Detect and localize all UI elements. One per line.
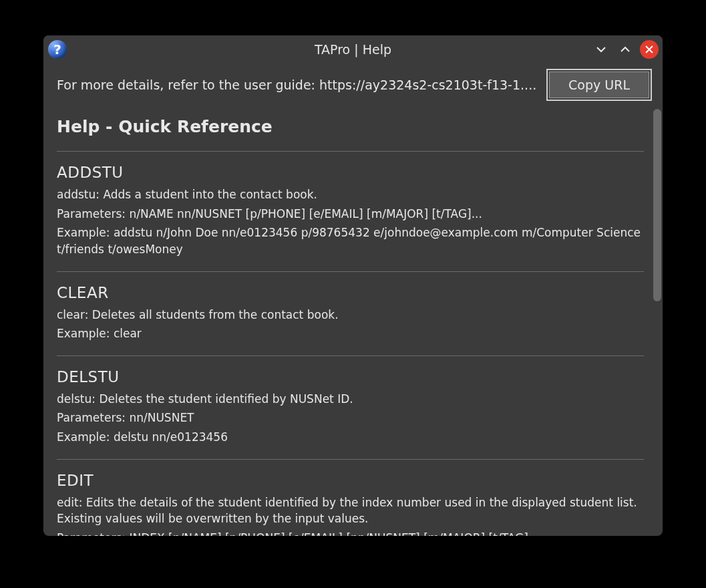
command-block-clear: CLEAR clear: Deletes all students from t… <box>57 284 644 342</box>
command-block-edit: EDIT edit: Edits the details of the stud… <box>57 472 644 536</box>
command-name: EDIT <box>57 472 644 489</box>
content-area: Help - Quick Reference ADDSTU addstu: Ad… <box>43 106 663 536</box>
help-window: ? TAPro | Help For more detail <box>43 35 663 536</box>
command-line: Parameters: nn/NUSNET <box>57 410 644 426</box>
command-name: ADDSTU <box>57 164 644 181</box>
help-icon: ? <box>48 40 67 59</box>
command-line: Example: clear <box>57 325 644 342</box>
user-guide-text: For more details, refer to the user guid… <box>57 78 538 92</box>
command-line: delstu: Deletes the student identified b… <box>57 391 644 408</box>
scroll-thumb[interactable] <box>653 109 661 301</box>
help-content: Help - Quick Reference ADDSTU addstu: Ad… <box>43 106 663 536</box>
command-line: addstu: Adds a student into the contact … <box>57 186 644 203</box>
command-line: edit: Edits the details of the student i… <box>57 494 644 527</box>
titlebar-left: ? <box>43 40 67 59</box>
command-line: Example: addstu n/John Doe nn/e0123456 p… <box>57 225 644 257</box>
command-line: clear: Deletes all students from the con… <box>57 307 644 323</box>
window-title: TAPro | Help <box>43 42 663 57</box>
titlebar: ? TAPro | Help <box>43 35 663 63</box>
minimize-button[interactable] <box>592 40 610 59</box>
command-block-addstu: ADDSTU addstu: Adds a student into the c… <box>57 164 644 258</box>
divider <box>57 459 644 460</box>
titlebar-controls <box>592 35 659 63</box>
page-heading: Help - Quick Reference <box>57 117 644 136</box>
chevron-down-icon <box>594 43 608 56</box>
chevron-up-icon <box>619 43 632 56</box>
header-row: For more details, refer to the user guid… <box>43 63 663 106</box>
command-name: DELSTU <box>57 368 644 386</box>
close-icon <box>644 44 655 55</box>
command-line: Parameters: n/NAME nn/NUSNET [p/PHONE] [… <box>57 206 644 223</box>
command-name: CLEAR <box>57 284 644 301</box>
scrollbar[interactable] <box>653 106 661 536</box>
close-button[interactable] <box>640 40 659 59</box>
command-block-delstu: DELSTU delstu: Deletes the student ident… <box>57 368 644 446</box>
divider <box>57 355 644 356</box>
maximize-button[interactable] <box>616 40 635 59</box>
divider <box>57 151 644 152</box>
divider <box>57 271 644 272</box>
command-line: Parameters: INDEX [n/NAME] [p/PHONE] [e/… <box>57 530 644 536</box>
copy-url-button[interactable]: Copy URL <box>549 71 649 98</box>
command-line: Example: delstu nn/e0123456 <box>57 429 644 446</box>
